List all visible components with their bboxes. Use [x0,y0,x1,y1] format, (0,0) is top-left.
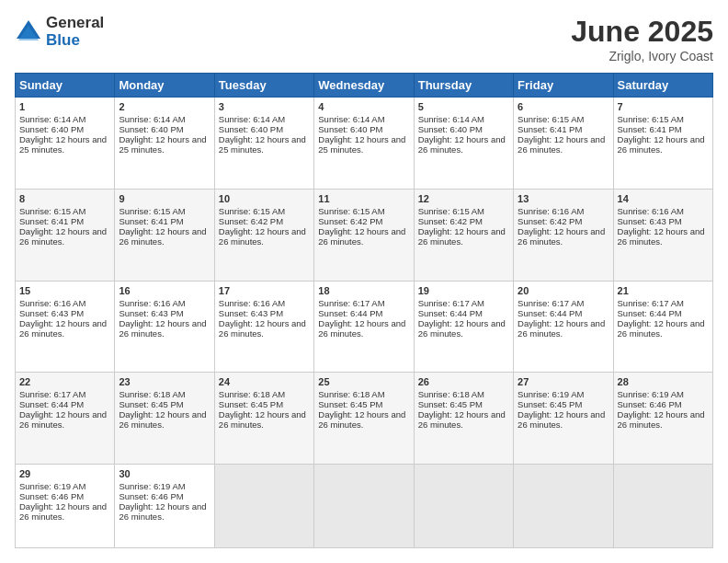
sunset-label: Sunset: 6:40 PM [19,124,84,134]
sunrise-label: Sunrise: 6:14 AM [119,114,185,124]
daylight-label: Daylight: 12 hours and 26 minutes. [518,226,605,247]
daylight-label: Daylight: 12 hours and 26 minutes. [219,409,306,430]
title-month: June 2025 [571,15,713,49]
table-row [214,465,313,548]
calendar-row: 1 Sunrise: 6:14 AM Sunset: 6:40 PM Dayli… [16,98,713,190]
sunset-label: Sunset: 6:40 PM [418,124,483,134]
day-number: 18 [318,285,409,296]
sunrise-label: Sunrise: 6:18 AM [418,389,484,399]
header-wednesday: Wednesday [314,74,414,98]
day-number: 20 [518,285,609,296]
header-sunday: Sunday [16,74,115,98]
day-number: 16 [119,285,210,296]
logo-text: General Blue [46,15,104,49]
day-number: 11 [318,193,409,204]
table-row: 28 Sunrise: 6:19 AM Sunset: 6:46 PM Dayl… [613,373,712,465]
sunrise-label: Sunrise: 6:19 AM [518,389,584,399]
sunset-label: Sunset: 6:44 PM [19,399,84,409]
daylight-label: Daylight: 12 hours and 26 minutes. [618,318,705,339]
daylight-label: Daylight: 12 hours and 26 minutes. [19,318,107,339]
day-number: 26 [418,376,509,387]
table-row: 11 Sunrise: 6:15 AM Sunset: 6:42 PM Dayl… [314,189,414,281]
day-number: 4 [318,101,409,112]
table-row: 18 Sunrise: 6:17 AM Sunset: 6:44 PM Dayl… [314,281,414,373]
sunset-label: Sunset: 6:43 PM [119,308,183,318]
daylight-label: Daylight: 12 hours and 26 minutes. [618,226,705,247]
day-number: 29 [19,468,110,479]
sunrise-label: Sunrise: 6:14 AM [19,114,85,124]
sunrise-label: Sunrise: 6:17 AM [318,298,384,308]
daylight-label: Daylight: 12 hours and 26 minutes. [418,318,506,339]
day-number: 10 [219,193,310,204]
day-number: 28 [618,376,709,387]
table-row: 6 Sunrise: 6:15 AM Sunset: 6:41 PM Dayli… [514,98,613,190]
logo-blue: Blue [46,32,104,50]
sunset-label: Sunset: 6:46 PM [119,491,183,501]
daylight-label: Daylight: 12 hours and 26 minutes. [318,409,405,430]
sunrise-label: Sunrise: 6:17 AM [518,298,584,308]
sunrise-label: Sunrise: 6:14 AM [318,114,384,124]
sunset-label: Sunset: 6:42 PM [219,216,283,226]
sunrise-label: Sunrise: 6:18 AM [119,389,185,399]
table-row: 14 Sunrise: 6:16 AM Sunset: 6:43 PM Dayl… [613,189,712,281]
table-row: 5 Sunrise: 6:14 AM Sunset: 6:40 PM Dayli… [414,98,513,190]
daylight-label: Daylight: 12 hours and 26 minutes. [19,226,107,247]
table-row: 13 Sunrise: 6:16 AM Sunset: 6:42 PM Dayl… [514,189,613,281]
table-row: 25 Sunrise: 6:18 AM Sunset: 6:45 PM Dayl… [314,373,414,465]
sunset-label: Sunset: 6:43 PM [618,216,682,226]
daylight-label: Daylight: 12 hours and 26 minutes. [119,409,206,430]
day-number: 14 [618,193,709,204]
sunrise-label: Sunrise: 6:19 AM [618,389,684,399]
table-row: 3 Sunrise: 6:14 AM Sunset: 6:40 PM Dayli… [214,98,313,190]
sunset-label: Sunset: 6:40 PM [219,124,283,134]
table-row: 30 Sunrise: 6:19 AM Sunset: 6:46 PM Dayl… [115,465,214,548]
header: General Blue June 2025 Zriglo, Ivory Coa… [15,15,713,63]
table-row: 19 Sunrise: 6:17 AM Sunset: 6:44 PM Dayl… [414,281,513,373]
daylight-label: Daylight: 12 hours and 26 minutes. [119,318,206,339]
table-row: 15 Sunrise: 6:16 AM Sunset: 6:43 PM Dayl… [16,281,115,373]
calendar-header-row: Sunday Monday Tuesday Wednesday Thursday… [16,74,713,98]
daylight-label: Daylight: 12 hours and 26 minutes. [418,226,506,247]
sunset-label: Sunset: 6:42 PM [518,216,582,226]
sunrise-label: Sunrise: 6:16 AM [19,298,85,308]
logo-general: General [46,15,104,32]
calendar-table: Sunday Monday Tuesday Wednesday Thursday… [15,73,713,548]
sunrise-label: Sunrise: 6:15 AM [618,114,684,124]
day-number: 8 [19,193,110,204]
day-number: 6 [518,101,609,112]
daylight-label: Daylight: 12 hours and 26 minutes. [318,226,405,247]
table-row: 4 Sunrise: 6:14 AM Sunset: 6:40 PM Dayli… [314,98,414,190]
day-number: 9 [119,193,210,204]
daylight-label: Daylight: 12 hours and 26 minutes. [618,134,705,155]
table-row: 23 Sunrise: 6:18 AM Sunset: 6:45 PM Dayl… [115,373,214,465]
daylight-label: Daylight: 12 hours and 26 minutes. [119,501,206,522]
daylight-label: Daylight: 12 hours and 25 minutes. [318,134,405,155]
sunrise-label: Sunrise: 6:17 AM [618,298,684,308]
sunrise-label: Sunrise: 6:19 AM [119,481,185,491]
calendar-row: 15 Sunrise: 6:16 AM Sunset: 6:43 PM Dayl… [16,281,713,373]
sunset-label: Sunset: 6:45 PM [318,399,382,409]
daylight-label: Daylight: 12 hours and 26 minutes. [219,226,306,247]
header-thursday: Thursday [414,74,513,98]
logo-icon [15,18,42,46]
daylight-label: Daylight: 12 hours and 25 minutes. [119,134,206,155]
day-number: 24 [219,376,310,387]
header-monday: Monday [115,74,214,98]
daylight-label: Daylight: 12 hours and 26 minutes. [518,134,605,155]
sunrise-label: Sunrise: 6:15 AM [119,206,185,216]
sunset-label: Sunset: 6:41 PM [618,124,682,134]
day-number: 13 [518,193,609,204]
day-number: 7 [618,101,709,112]
daylight-label: Daylight: 12 hours and 26 minutes. [618,409,705,430]
sunrise-label: Sunrise: 6:15 AM [418,206,484,216]
sunset-label: Sunset: 6:40 PM [119,124,183,134]
header-friday: Friday [514,74,613,98]
table-row: 29 Sunrise: 6:19 AM Sunset: 6:46 PM Dayl… [16,465,115,548]
day-number: 19 [418,285,509,296]
table-row: 7 Sunrise: 6:15 AM Sunset: 6:41 PM Dayli… [613,98,712,190]
day-number: 17 [219,285,310,296]
day-number: 5 [418,101,509,112]
calendar-row: 29 Sunrise: 6:19 AM Sunset: 6:46 PM Dayl… [16,465,713,548]
daylight-label: Daylight: 12 hours and 26 minutes. [518,409,605,430]
daylight-label: Daylight: 12 hours and 26 minutes. [119,226,206,247]
